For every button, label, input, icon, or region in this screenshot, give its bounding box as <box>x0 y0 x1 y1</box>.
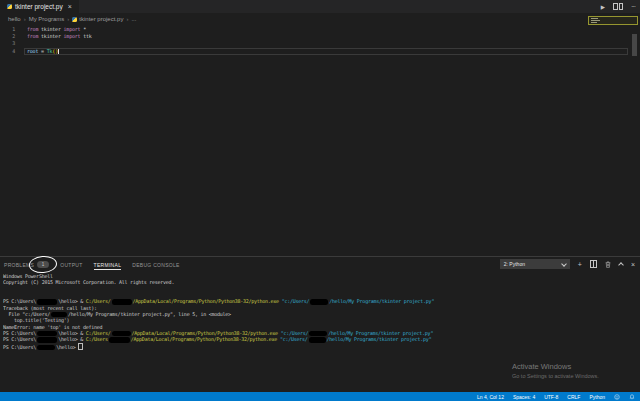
status-item-crlf[interactable]: CRLF <box>567 394 580 400</box>
activate-windows-watermark: Activate Windows Go to Settings to activ… <box>512 362 599 379</box>
minimap[interactable] <box>588 16 638 25</box>
run-button[interactable]: ▶ <box>601 4 605 10</box>
editor[interactable]: 1from tkinter import *2from tkinter impo… <box>0 26 640 255</box>
breadcrumb-item[interactable]: tkinter project.py <box>72 16 123 22</box>
terminal-dropdown[interactable]: 2: Python <box>500 259 570 269</box>
more-actions-icon[interactable]: ··· <box>631 3 635 10</box>
redaction-box <box>37 345 55 351</box>
status-item-spaces-4[interactable]: Spaces: 4 <box>513 394 535 400</box>
problems-badge: 1 <box>37 261 49 268</box>
breadcrumb-separator-icon: › <box>126 16 128 22</box>
notifications-bell-icon[interactable] <box>629 394 635 400</box>
panel-tab-problems[interactable]: PROBLEMS1 <box>4 257 49 272</box>
breadcrumb-separator-icon: › <box>24 16 26 22</box>
panel-actions: 2: Python + × <box>500 259 635 269</box>
editor-scrollbar[interactable] <box>632 34 637 56</box>
panel-header: PROBLEMS1OUTPUTTERMINALDEBUG CONSOLE 2: … <box>0 257 640 272</box>
status-item-ln-4-col-12[interactable]: Ln 4, Col 12 <box>477 394 504 400</box>
breadcrumb-item[interactable]: ... <box>131 16 136 22</box>
redaction-box <box>37 337 57 343</box>
code-line[interactable]: 4root = Tk() <box>0 48 640 55</box>
panel-tab-debug-console[interactable]: DEBUG CONSOLE <box>132 257 180 272</box>
split-terminal-icon[interactable] <box>590 260 597 268</box>
editor-tab-tkinter-project[interactable]: tkinter project.py × <box>0 0 79 13</box>
vscode-window: tkinter project.py × ▶ ··· hello›My Prog… <box>0 0 640 401</box>
editor-cursor <box>58 48 59 54</box>
code-text: from tkinter import ttk <box>27 33 92 40</box>
watermark-subtitle: Go to Settings to activate Windows. <box>512 373 599 379</box>
terminal-dropdown-value: 2: Python <box>504 261 525 267</box>
maximize-panel-chevron-up-icon[interactable] <box>619 262 623 267</box>
terminal-line: PS C:\Users\\hello> <box>3 343 638 349</box>
redaction-box <box>309 337 326 343</box>
tab-close-icon[interactable]: × <box>68 3 72 10</box>
code-text: from tkinter import * <box>27 26 86 33</box>
line-number: 3 <box>0 40 15 47</box>
close-panel-icon[interactable]: × <box>631 261 635 268</box>
feedback-smiley-icon[interactable] <box>614 394 620 400</box>
breadcrumb-item[interactable]: My Programs <box>29 16 65 22</box>
current-line-highlight <box>24 48 628 55</box>
redaction-box <box>112 299 132 305</box>
line-number: 2 <box>0 33 15 40</box>
breadcrumb-item[interactable]: hello <box>8 16 21 22</box>
code-text: root = Tk() <box>27 48 59 55</box>
code-line[interactable]: 3 <box>0 40 640 47</box>
redaction-box <box>109 337 130 343</box>
line-number: 4 <box>0 48 15 55</box>
redaction-box <box>310 299 328 305</box>
tab-label: tkinter project.py <box>15 3 63 10</box>
line-number: 1 <box>0 26 15 33</box>
editor-actions: ▶ ··· <box>601 0 635 13</box>
status-bar: Ln 4, Col 12Spaces: 4UTF-8CRLFPython <box>0 392 640 401</box>
status-item-utf-8[interactable]: UTF-8 <box>544 394 558 400</box>
trash-icon[interactable] <box>605 261 611 268</box>
breadcrumb: hello›My Programs›tkinter project.py›... <box>0 13 640 25</box>
status-item-python[interactable]: Python <box>589 394 605 400</box>
code-line[interactable]: 1from tkinter import * <box>0 26 640 33</box>
terminal-cursor <box>78 343 83 350</box>
watermark-title: Activate Windows <box>512 362 599 371</box>
breadcrumb-separator-icon: › <box>67 16 69 22</box>
panel-tab-terminal[interactable]: TERMINAL <box>94 257 122 272</box>
code-line[interactable]: 2from tkinter import ttk <box>0 33 640 40</box>
python-file-icon <box>7 4 12 9</box>
tab-bar: tkinter project.py × ▶ ··· <box>0 0 640 13</box>
panel-tab-output[interactable]: OUTPUT <box>60 257 82 272</box>
chevron-down-icon <box>561 261 567 267</box>
python-file-icon <box>72 17 77 22</box>
new-terminal-plus-icon[interactable]: + <box>578 261 582 268</box>
split-editor-icon[interactable] <box>613 3 623 10</box>
